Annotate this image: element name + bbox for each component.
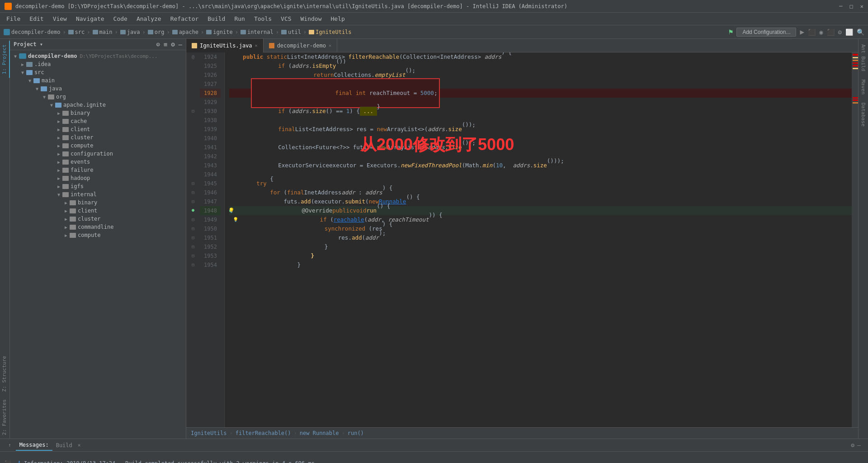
left-tab-favorites[interactable]: 2: Favorites — [0, 396, 10, 439]
code-content[interactable]: 从2000修改到了5000 public static List<InetAdd… — [225, 52, 852, 427]
tree-binary[interactable]: ▶ binary — [10, 109, 186, 117]
tree-cache[interactable]: ▶ cache — [10, 117, 186, 125]
tree-java[interactable]: ▼ java — [10, 85, 186, 93]
editor-tab-decompiler-demo[interactable]: decompiler-demo ✕ — [264, 39, 337, 52]
bc-run[interactable]: run() — [348, 430, 364, 436]
sidebar-close-btn[interactable]: — — [179, 41, 182, 48]
menu-code[interactable]: Code — [109, 14, 132, 24]
editor-tab-demo-close[interactable]: ✕ — [329, 43, 331, 48]
ln-1949: 1949 — [200, 215, 221, 224]
code-line-1948: ● 💡 @Override public void run() { — [229, 206, 852, 215]
menu-refactor[interactable]: Refactor — [166, 14, 203, 24]
nav-decompiler-demo[interactable]: decompiler-demo — [11, 29, 60, 35]
nav-igniteutils[interactable]: IgniteUtils — [316, 29, 351, 35]
tree-src[interactable]: ▼ src — [10, 68, 186, 76]
bc-filterreachable[interactable]: filterReachable() — [236, 430, 291, 436]
nav-main[interactable]: main — [99, 29, 113, 35]
run-btn[interactable]: ▶ — [800, 28, 804, 36]
tree-main[interactable]: ▼ main — [10, 76, 186, 85]
menu-edit[interactable]: Edit — [25, 14, 48, 24]
bottom-expand-btn[interactable]: ↑ — [5, 440, 14, 450]
menu-help[interactable]: Help — [326, 14, 349, 24]
nav-file-icon — [309, 30, 314, 34]
tree-apache-ignite[interactable]: ▼ apache.ignite — [10, 101, 186, 109]
editor-tab-igniteutils-close[interactable]: ✕ — [255, 43, 258, 48]
tree-cluster[interactable]: ▶ cluster — [10, 133, 186, 142]
bc-newrunnable[interactable]: new Runnable — [300, 430, 339, 436]
right-tabs: Ant Build Maven Database — [858, 39, 868, 439]
tree-internal[interactable]: ▼ internal — [10, 190, 186, 198]
sidebar-localize-btn[interactable]: ⊙ — [156, 41, 160, 48]
tree-root[interactable]: ▼ decompiler-demo D:\YDProjectTask\decom… — [10, 52, 186, 60]
app-icon — [5, 3, 12, 10]
settings-btn[interactable]: ⚙ — [838, 28, 842, 36]
menu-bar: File Edit View Navigate Code Analyze Ref… — [0, 13, 868, 25]
menu-navigate[interactable]: Navigate — [71, 14, 109, 24]
tree-igfs[interactable]: ▶ igfs — [10, 182, 186, 190]
sidebar-settings-btn[interactable]: ⚙ — [171, 41, 175, 48]
rg-error-1 — [853, 54, 858, 56]
tree-idea[interactable]: ▶ .idea — [10, 60, 186, 68]
sidebar-collapse-btn[interactable]: ≡ — [164, 41, 167, 48]
left-tab-project[interactable]: 1: Project — [0, 41, 10, 78]
tree-org[interactable]: ▼ org — [10, 93, 186, 101]
int-binary-label: binary — [78, 199, 97, 206]
maximize-btn[interactable]: □ — [850, 3, 853, 9]
tree-int-client[interactable]: ▶ client — [10, 207, 186, 215]
menu-view[interactable]: View — [48, 14, 71, 24]
ln-1946: 1946 — [200, 188, 221, 197]
tree-int-binary[interactable]: ▶ binary — [10, 198, 186, 207]
nav-ignite[interactable]: ignite — [213, 29, 232, 35]
search-btn[interactable]: 🔍 — [857, 28, 864, 36]
menu-vcs[interactable]: VCS — [276, 14, 296, 24]
editor-tab-igniteutils[interactable]: IgniteUtils.java ✕ — [186, 39, 264, 52]
menu-file[interactable]: File — [2, 14, 25, 24]
nav-java[interactable]: java — [127, 29, 140, 35]
close-btn[interactable]: ✕ — [860, 3, 863, 9]
right-tab-ant[interactable]: Ant Build — [859, 41, 868, 75]
maximize-editor-btn[interactable]: ⬜ — [845, 28, 853, 36]
coverage-btn[interactable]: ◉ — [819, 28, 823, 36]
code-line-1953: } — [229, 251, 852, 260]
tree-int-cluster[interactable]: ▶ cluster — [10, 215, 186, 223]
tree-client[interactable]: ▶ client — [10, 125, 186, 133]
bottom-tab-build[interactable]: Build — [52, 440, 76, 450]
nav-src[interactable]: src — [75, 29, 85, 35]
menu-window[interactable]: Window — [296, 14, 326, 24]
nav-apache[interactable]: apache — [179, 29, 198, 35]
nav-internal[interactable]: internal — [247, 29, 274, 35]
code-line-1952: } — [229, 242, 852, 251]
tree-int-compute[interactable]: ▶ compute — [10, 231, 186, 239]
tree-failure[interactable]: ▶ failure — [10, 166, 186, 174]
debug-btn[interactable]: ⬛ — [808, 28, 816, 36]
menu-tools[interactable]: Tools — [250, 14, 276, 24]
tree-compute[interactable]: ▶ compute — [10, 142, 186, 150]
ln-1944: 1944 — [200, 170, 221, 179]
right-tab-maven[interactable]: Maven — [859, 76, 868, 98]
rg-error-2 — [853, 62, 858, 64]
tree-events[interactable]: ▶ events — [10, 158, 186, 166]
bottom-panel: ↑ Messages: Build ✕ ⚙ — ⬛ ℹ Information:… — [0, 439, 868, 463]
tree-int-commandline[interactable]: ▶ commandline — [10, 223, 186, 231]
navigate-icon[interactable]: ⚑ — [729, 28, 733, 36]
bottom-settings-btn[interactable]: ⚙ — [851, 442, 854, 449]
add-config-btn[interactable]: Add Configuration... — [736, 28, 796, 37]
nav-org[interactable]: org — [155, 29, 165, 35]
menu-analyze[interactable]: Analyze — [132, 14, 166, 24]
bottom-tab-build-close[interactable]: ✕ — [78, 442, 81, 448]
bottom-tab-messages-label[interactable]: Messages: — [16, 440, 52, 451]
menu-build[interactable]: Build — [203, 14, 230, 24]
tree-configuration[interactable]: ▶ configuration — [10, 150, 186, 158]
search-everywhere-btn[interactable]: ⬛ — [827, 28, 835, 36]
left-tab-structure[interactable]: Z: Structure — [0, 352, 10, 395]
bc-igniteutils[interactable]: IgniteUtils — [191, 430, 226, 436]
bottom-minimize-btn[interactable]: — — [857, 442, 861, 449]
code-line-1930: if (addrs.size() == 1) { ... } — [229, 107, 852, 116]
fold-marker-1924: @ — [186, 52, 200, 61]
nav-util[interactable]: util — [288, 29, 301, 35]
menu-run[interactable]: Run — [230, 14, 249, 24]
tree-hadoop[interactable]: ▶ hadoop — [10, 174, 186, 182]
nav-ignite-icon — [206, 30, 212, 34]
right-tab-database[interactable]: Database — [859, 99, 868, 130]
minimize-btn[interactable]: ─ — [839, 3, 842, 9]
